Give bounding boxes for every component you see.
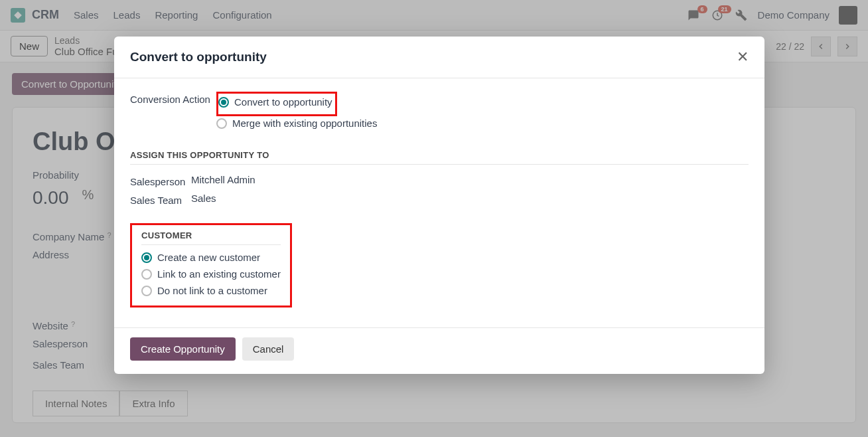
- radio-convert-to-opportunity[interactable]: Convert to opportunity: [218, 96, 332, 108]
- modal-sales-team-field[interactable]: Sales: [191, 193, 216, 204]
- radio-icon: [218, 97, 229, 108]
- modal-salesperson-label: Salesperson: [130, 174, 191, 187]
- radio-icon: [141, 269, 152, 280]
- close-icon[interactable]: ✕: [737, 48, 749, 66]
- radio-icon: [216, 118, 227, 129]
- modal-sales-team-label: Sales Team: [130, 193, 191, 206]
- radio-create-new-customer[interactable]: Create a new customer: [141, 252, 281, 263]
- assign-section-title: ASSIGN THIS OPPORTUNITY TO: [130, 150, 749, 165]
- create-opportunity-button[interactable]: Create Opportunity: [130, 337, 236, 361]
- customer-section-title: CUSTOMER: [141, 230, 281, 245]
- radio-merge-existing[interactable]: Merge with existing opportunities: [216, 118, 749, 129]
- conversion-action-label: Conversion Action: [130, 92, 216, 105]
- convert-modal: Convert to opportunity ✕ Conversion Acti…: [114, 37, 764, 374]
- radio-icon: [141, 286, 152, 296]
- cancel-button[interactable]: Cancel: [242, 337, 295, 361]
- radio-link-existing-customer[interactable]: Link to an existing customer: [141, 268, 281, 280]
- highlight-conversion-option: Convert to opportunity: [216, 92, 337, 116]
- radio-icon: [141, 252, 152, 263]
- radio-do-not-link-customer[interactable]: Do not link to a customer: [141, 285, 281, 296]
- modal-title: Convert to opportunity: [130, 50, 267, 64]
- modal-salesperson-field[interactable]: Mitchell Admin: [191, 174, 255, 185]
- highlight-customer-section: CUSTOMER Create a new customer Link to a…: [130, 223, 292, 307]
